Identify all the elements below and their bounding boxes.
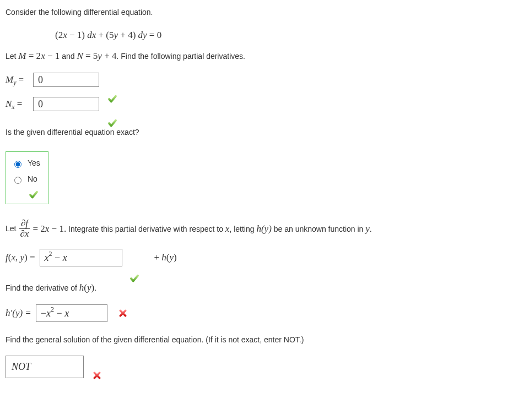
differential-equation: (2x − 1) dx + (5y + 4) dy = 0 (55, 28, 512, 42)
radio-yes[interactable]: Yes (12, 157, 40, 169)
integrate-text: Integrate this partial derivative with r… (66, 222, 372, 236)
frac-den: ∂x (18, 229, 30, 239)
nx-label: Nx = (6, 97, 28, 111)
partial-fraction: ∂f ∂x (18, 219, 30, 239)
general-row: NOT (6, 356, 512, 378)
integrate-rhs: = 2x − 1. (33, 222, 66, 236)
setup-m: M = 2x − 1 (18, 51, 60, 61)
integrate-hy: h(y) (256, 223, 271, 234)
setup-and: and (60, 52, 77, 61)
setup-text: Let M = 2x − 1 and N = 5y + 4. Find the … (6, 49, 512, 63)
nx-input[interactable]: 0 (33, 97, 99, 111)
check-icon (107, 94, 118, 105)
my-label-base: M (6, 73, 13, 87)
my-label: My = (6, 73, 28, 87)
my-row: My = 0 (6, 73, 512, 87)
check-icon (129, 273, 140, 284)
radio-no-label: No (28, 173, 37, 185)
check-icon (107, 118, 118, 129)
fxy-row: f(x, y) = x2 − x + h(y) (6, 249, 512, 266)
my-value: 0 (38, 73, 43, 88)
radio-yes-label: Yes (28, 157, 40, 169)
integrate-prompt: Let ∂f ∂x = 2x − 1. Integrate this parti… (6, 219, 512, 239)
integrate-pre: Let (6, 223, 16, 234)
exact-prompt: Is the given differential equation exact… (6, 127, 512, 138)
setup-pre: Let (6, 52, 18, 61)
intro-text: Consider the following differential equa… (6, 8, 153, 17)
hprime-row: h′(y) = −−xx2 − x (6, 304, 512, 322)
general-input[interactable]: NOT (6, 356, 84, 378)
exact-prompt-text: Is the given differential equation exact… (6, 128, 139, 137)
hprime-value: −−xx2 − x (41, 306, 69, 321)
my-label-sub: y (13, 78, 16, 88)
setup-post: . Find the following partial derivatives… (116, 52, 245, 61)
question-intro: Consider the following differential equa… (6, 7, 512, 18)
frac-num: ∂f (19, 219, 30, 229)
hprime-prompt: Find the derivative of h(y). (6, 281, 512, 295)
check-icon (28, 189, 39, 200)
fxy-input[interactable]: x2 − x (40, 249, 122, 266)
fxy-label: f(x, y) = (6, 250, 35, 265)
setup-n: N = 5y + 4 (77, 51, 116, 61)
radio-yes-input[interactable] (14, 161, 21, 168)
general-prompt-text: Find the general solution of the given d… (6, 335, 304, 344)
radio-no-input[interactable] (14, 177, 21, 184)
hprime-input[interactable]: −−xx2 − x (36, 304, 107, 322)
cross-icon (91, 370, 102, 381)
exact-radio-group: Yes No (6, 151, 48, 204)
hprime-label: h′(y) = (6, 306, 31, 320)
hprime-prompt-text: Find the derivative of h(y). (6, 283, 96, 292)
plus-hy: + h(y) (154, 250, 177, 265)
nx-row: Nx = 0 (6, 97, 512, 111)
nx-label-sub: x (12, 102, 14, 112)
fxy-value: x2 − x (45, 250, 67, 265)
my-input[interactable]: 0 (33, 73, 99, 87)
general-prompt: Find the general solution of the given d… (6, 334, 512, 346)
cross-icon (117, 308, 128, 319)
my-eq: = (19, 73, 24, 87)
radio-no[interactable]: No (12, 173, 40, 185)
nx-eq: = (17, 97, 23, 111)
general-value: NOT (12, 361, 31, 372)
nx-value: 0 (38, 97, 43, 112)
nx-label-base: N (6, 97, 12, 111)
